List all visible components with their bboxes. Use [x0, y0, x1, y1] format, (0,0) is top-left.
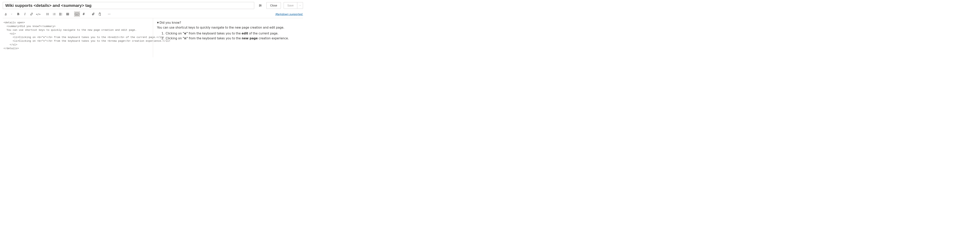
- attach-button[interactable]: [90, 11, 96, 17]
- paste-button[interactable]: [97, 11, 103, 17]
- svg-text:ABC: ABC: [76, 14, 78, 15]
- table-icon: [66, 13, 69, 16]
- list-item: Clicking on "n" from the keyboard takes …: [165, 36, 301, 41]
- italic-button[interactable]: I: [22, 11, 28, 17]
- italic-icon: I: [24, 12, 25, 16]
- editor-settings-button[interactable]: [257, 2, 264, 9]
- link-icon: [30, 13, 33, 16]
- preview-body: You can use shortcut keys to quickly nav…: [157, 25, 301, 41]
- svg-point-3: [261, 5, 261, 6]
- paperclip-icon: [92, 13, 95, 16]
- svg-rect-18: [60, 13, 60, 14]
- svg-point-33: [108, 14, 108, 14]
- title-row: Close Save: [3, 2, 303, 9]
- editor-split: <details open> <summary>Did you know?</s…: [3, 18, 303, 57]
- svg-rect-22: [60, 15, 60, 15]
- svg-point-1: [260, 5, 260, 5]
- svg-point-5: [259, 6, 260, 6]
- numbered-list-icon: 1 2 3: [53, 13, 56, 16]
- bold-icon: B: [17, 12, 19, 16]
- preview-details[interactable]: Did you know? You can use shortcut keys …: [157, 21, 301, 41]
- bulleted-list-button[interactable]: [45, 11, 51, 17]
- font-color-button[interactable]: A: [3, 11, 9, 17]
- font-color-icon: A: [5, 13, 6, 16]
- svg-rect-24: [67, 13, 69, 15]
- preview-intro: You can use shortcut keys to quickly nav…: [157, 26, 285, 29]
- source-code[interactable]: <details open> <summary>Did you know?</s…: [3, 21, 151, 51]
- save-button[interactable]: Save: [283, 2, 297, 9]
- link-button[interactable]: [29, 11, 35, 17]
- bold-button[interactable]: B: [15, 11, 21, 17]
- image-button[interactable]: ABC: [74, 11, 80, 17]
- preview-summary[interactable]: Did you know?: [157, 21, 301, 25]
- close-button[interactable]: Close: [266, 2, 281, 9]
- preview-list: Clicking on "e" from the keyboard takes …: [157, 31, 301, 41]
- source-pane[interactable]: <details open> <summary>Did you know?</s…: [3, 18, 153, 57]
- more-button[interactable]: [106, 11, 112, 17]
- page-title-input[interactable]: [3, 2, 254, 9]
- list-item: Clicking on "e" from the keyboard takes …: [165, 31, 301, 36]
- bulleted-list-icon: [46, 13, 49, 16]
- preview-pane: Did you know? You can use shortcut keys …: [153, 18, 303, 57]
- header-button[interactable]: #: [81, 11, 87, 17]
- checklist-button[interactable]: [58, 11, 64, 17]
- wiki-editor: Close Save A B: [0, 0, 306, 57]
- hash-icon: #: [83, 12, 84, 16]
- save-button-group: Save: [283, 2, 303, 9]
- ellipsis-icon: [108, 13, 111, 16]
- sliders-icon: [259, 4, 262, 7]
- image-icon: ABC: [75, 13, 79, 16]
- code-icon: </>: [36, 13, 40, 16]
- chevron-down-icon: [11, 13, 13, 15]
- save-button-caret[interactable]: [297, 2, 303, 9]
- table-button[interactable]: [65, 11, 70, 17]
- font-color-caret[interactable]: [9, 11, 14, 17]
- markdown-supported-wrap: Markdown supported.: [275, 13, 303, 16]
- clipboard-icon: [98, 13, 101, 16]
- toolbar-row: A B I </>: [3, 11, 303, 18]
- svg-point-35: [110, 14, 110, 14]
- code-button[interactable]: </>: [35, 11, 41, 17]
- svg-point-34: [109, 14, 109, 14]
- chevron-down-icon: [299, 4, 301, 7]
- markdown-supported-link[interactable]: Markdown supported.: [275, 13, 303, 16]
- svg-text:3: 3: [53, 14, 54, 16]
- svg-rect-20: [60, 14, 60, 14]
- numbered-list-button[interactable]: 1 2 3: [51, 11, 57, 17]
- toolbar: A B I </>: [3, 11, 112, 17]
- checklist-icon: [59, 13, 62, 16]
